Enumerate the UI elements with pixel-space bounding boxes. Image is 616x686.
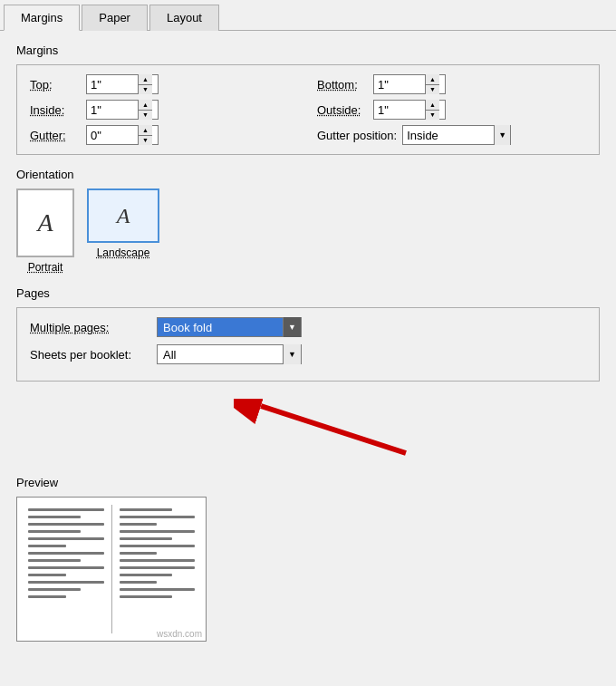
inside-increment-btn[interactable]: ▲ (139, 100, 152, 111)
pages-section: Multiple pages: Book fold ▼ Sheets per b… (16, 307, 600, 382)
gutter-label: Gutter: (30, 129, 81, 142)
outside-label: Outside: (317, 103, 368, 117)
tab-margins[interactable]: Margins (4, 5, 80, 31)
gutter-increment-btn[interactable]: ▲ (139, 125, 152, 136)
rline12 (120, 588, 196, 591)
rline10 (120, 574, 172, 576)
line9 (28, 566, 104, 569)
preview-divider (111, 505, 112, 633)
gutter-position-select[interactable]: Inside Left ▼ (402, 125, 511, 145)
landscape-button[interactable]: A Landscape (87, 188, 159, 274)
gutter-field-row: Gutter: ▲ ▼ (30, 125, 299, 145)
landscape-label: Landscape (97, 246, 150, 259)
bottom-input[interactable] (374, 75, 425, 93)
margins-section-label: Margins (16, 43, 600, 57)
preview-box: wsxdn.com (16, 497, 207, 642)
gutter-position-label: Gutter position: (317, 129, 397, 142)
top-label: Top: (30, 78, 81, 92)
line2 (28, 516, 81, 518)
margins-grid: Top: ▲ ▼ Bottom: ▲ (30, 74, 586, 145)
gutter-input[interactable] (87, 126, 138, 144)
outside-increment-btn[interactable]: ▲ (426, 100, 439, 111)
rline2 (120, 516, 196, 518)
orientation-section-label: Orientation (16, 168, 600, 181)
top-field-row: Top: ▲ ▼ (30, 74, 299, 94)
preview-right-page (116, 505, 199, 633)
line4 (28, 530, 81, 533)
outside-input[interactable] (374, 101, 425, 119)
tab-bar: Margins Paper Layout (0, 0, 616, 31)
portrait-button[interactable]: A Portrait (16, 188, 74, 274)
rline13 (120, 595, 172, 598)
sheets-row: Sheets per booklet: All ▼ (30, 344, 586, 364)
rline5 (120, 537, 172, 540)
preview-left-page (24, 505, 108, 633)
top-input[interactable] (87, 75, 138, 93)
line3 (28, 523, 104, 526)
bottom-increment-btn[interactable]: ▲ (426, 74, 439, 85)
svg-line-1 (261, 406, 406, 453)
pages-section-label: Pages (16, 286, 600, 300)
top-increment-btn[interactable]: ▲ (139, 74, 152, 85)
line5 (28, 537, 104, 540)
bottom-spin-buttons: ▲ ▼ (425, 74, 439, 94)
page-setup-dialog: Margins Paper Layout Margins Top: ▲ ▼ (0, 0, 616, 686)
line10 (28, 574, 66, 576)
portrait-label: Portrait (28, 261, 63, 274)
line8 (28, 559, 81, 562)
multiple-pages-row: Multiple pages: Book fold ▼ (30, 317, 586, 337)
multiple-pages-select[interactable]: Book fold ▼ (157, 317, 302, 337)
annotation-container (16, 394, 600, 467)
line13 (28, 595, 66, 598)
rline7 (120, 552, 158, 555)
preview-label: Preview (16, 476, 600, 489)
sheets-select[interactable]: All ▼ (157, 344, 302, 364)
line7 (28, 552, 104, 555)
gutter-position-dropdown[interactable]: Inside Left (403, 126, 494, 144)
top-spin-buttons: ▲ ▼ (138, 74, 152, 94)
orientation-buttons: A Portrait A Landscape (16, 188, 600, 274)
top-spin-input[interactable]: ▲ ▼ (86, 74, 159, 94)
multiple-pages-label: Multiple pages: (30, 321, 148, 334)
tab-layout[interactable]: Layout (149, 5, 219, 31)
line1 (28, 508, 104, 511)
inside-label: Inside: (30, 103, 81, 117)
top-decrement-btn[interactable]: ▼ (139, 85, 152, 95)
gutter-position-field-row: Gutter position: Inside Left ▼ (317, 125, 586, 145)
orientation-section: Orientation A Portrait A Landscape (16, 168, 600, 274)
rline1 (120, 508, 172, 511)
gutter-decrement-btn[interactable]: ▼ (139, 136, 152, 146)
preview-section: Preview (16, 476, 600, 642)
gutter-spin-input[interactable]: ▲ ▼ (86, 125, 159, 145)
margins-section: Top: ▲ ▼ Bottom: ▲ (16, 64, 600, 155)
inside-input[interactable] (87, 101, 138, 119)
line12 (28, 588, 81, 591)
outside-decrement-btn[interactable]: ▼ (426, 111, 439, 121)
inside-spin-buttons: ▲ ▼ (138, 100, 152, 120)
tab-content: Margins Top: ▲ ▼ Bottom: (0, 31, 616, 654)
rline6 (120, 545, 196, 547)
rline11 (120, 581, 158, 584)
line6 (28, 545, 66, 547)
bottom-decrement-btn[interactable]: ▼ (426, 85, 439, 95)
sheets-label: Sheets per booklet: (30, 348, 148, 362)
multiple-pages-arrow[interactable]: ▼ (283, 317, 301, 337)
bottom-spin-input[interactable]: ▲ ▼ (373, 74, 446, 94)
sheets-arrow[interactable]: ▼ (283, 344, 301, 364)
outside-field-row: Outside: ▲ ▼ (317, 100, 586, 120)
inside-spin-input[interactable]: ▲ ▼ (86, 100, 159, 120)
sheets-value: All (158, 348, 283, 362)
landscape-icon: A (87, 188, 159, 243)
inside-field-row: Inside: ▲ ▼ (30, 100, 299, 120)
inside-decrement-btn[interactable]: ▼ (139, 111, 152, 121)
rline4 (120, 530, 196, 533)
gutter-spin-buttons: ▲ ▼ (138, 125, 152, 145)
tab-paper[interactable]: Paper (82, 5, 148, 31)
red-arrow-icon (234, 399, 415, 465)
gutter-position-arrow[interactable]: ▼ (494, 125, 510, 145)
outside-spin-input[interactable]: ▲ ▼ (373, 100, 446, 120)
rline9 (120, 566, 196, 569)
rline3 (120, 523, 158, 526)
rline8 (120, 559, 196, 562)
watermark: wsxdn.com (157, 629, 202, 639)
